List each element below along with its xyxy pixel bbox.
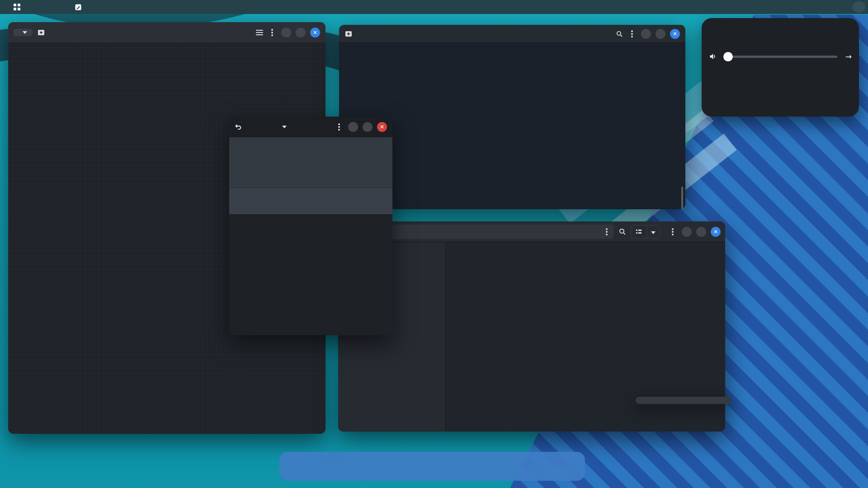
maximize-button[interactable]	[296, 28, 306, 38]
terminal-output[interactable]	[339, 43, 685, 131]
open-button[interactable]	[14, 29, 33, 36]
new-tab-icon[interactable]	[37, 28, 45, 37]
minimize-button[interactable]	[682, 227, 692, 237]
calculator-window: ✕	[229, 117, 392, 335]
calculator-entry-field[interactable]	[229, 188, 392, 214]
menu-dots-icon[interactable]	[631, 33, 633, 35]
menu-dots-icon[interactable]	[271, 32, 273, 33]
chevron-down-icon	[23, 31, 27, 34]
text-editor-icon	[75, 4, 82, 11]
quick-settings-panel: →	[702, 18, 859, 117]
view-toggle-group	[631, 225, 660, 239]
maximize-button[interactable]	[656, 29, 665, 39]
calculator-keypad	[229, 214, 392, 335]
menu-places[interactable]	[49, 0, 64, 14]
volume-icon[interactable]	[709, 52, 717, 61]
maximize-button[interactable]	[363, 122, 373, 132]
close-button[interactable]: ✕	[670, 29, 680, 39]
list-view-icon[interactable]	[631, 228, 646, 235]
minimize-button[interactable]	[281, 28, 291, 38]
undo-button[interactable]	[235, 123, 245, 131]
activities-grid-icon[interactable]	[6, 0, 28, 14]
close-button[interactable]: ✕	[310, 28, 320, 38]
maximize-button[interactable]	[696, 227, 706, 237]
undo-icon	[235, 123, 242, 131]
volume-submenu-arrow[interactable]: →	[845, 52, 852, 61]
volume-slider-knob[interactable]	[723, 52, 733, 61]
menu-dots-icon[interactable]	[338, 126, 340, 128]
close-button[interactable]: ✕	[711, 227, 721, 237]
system-tray[interactable]	[853, 1, 865, 13]
volume-row: →	[702, 51, 859, 62]
view-options-chevron[interactable]	[647, 227, 660, 236]
files-headerbar: ✕	[338, 221, 725, 242]
menu-dots-icon[interactable]	[672, 231, 674, 233]
close-button[interactable]: ✕	[377, 122, 387, 132]
search-icon[interactable]	[618, 228, 626, 235]
minimize-button[interactable]	[348, 122, 358, 132]
calculator-history-display	[229, 137, 392, 188]
chevron-down-icon	[282, 126, 287, 128]
hamburger-menu-icon[interactable]	[256, 30, 263, 35]
text-editor-headerbar: ✕	[8, 22, 326, 43]
scrollbar[interactable]	[681, 187, 683, 209]
terminal-headerbar: ✕	[339, 25, 685, 43]
focused-app-menu[interactable]	[67, 0, 93, 14]
path-menu-dots-icon[interactable]	[606, 231, 608, 233]
context-menu	[636, 397, 731, 404]
search-icon[interactable]	[616, 30, 623, 38]
top-bar	[0, 0, 868, 14]
dock	[279, 452, 585, 481]
menu-applications[interactable]	[31, 0, 46, 14]
calculator-headerbar: ✕	[229, 117, 392, 137]
new-tab-icon[interactable]	[344, 30, 353, 38]
volume-slider[interactable]	[723, 56, 837, 58]
mode-selector[interactable]	[279, 126, 287, 128]
minimize-button[interactable]	[641, 29, 651, 39]
